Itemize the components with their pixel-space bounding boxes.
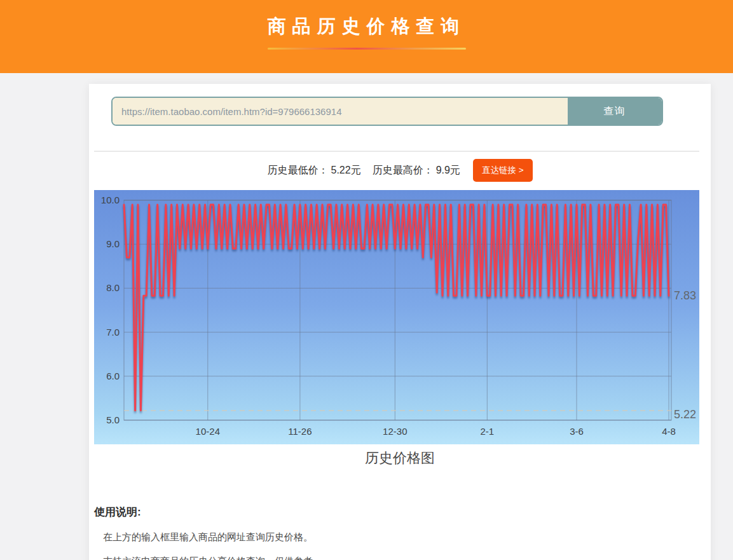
product-url-input[interactable] (113, 98, 568, 125)
svg-text:7.83: 7.83 (674, 289, 696, 302)
chart-caption: 历史价格图 (89, 449, 711, 468)
svg-text:3-6: 3-6 (570, 426, 584, 437)
instructions-section: 使用说明: 在上方的输入框里输入商品的网址查询历史价格。 支持主流电商商品的历史… (94, 505, 711, 560)
highest-price-label: 历史最高价： (373, 164, 434, 177)
lowest-price-value: 5.22元 (331, 164, 360, 177)
svg-text:5.22: 5.22 (674, 408, 696, 421)
price-history-chart: 10.09.08.07.06.05.010-2411-2612-302-13-6… (94, 190, 699, 444)
svg-text:7.0: 7.0 (106, 327, 120, 338)
divider (94, 151, 699, 152)
query-button[interactable]: 查询 (568, 98, 662, 125)
svg-text:10.0: 10.0 (101, 195, 120, 205)
content-card: 查询 历史最低价： 5.22元 历史最高价： 9.9元 直达链接 > 10.09… (89, 84, 711, 560)
svg-text:4-8: 4-8 (662, 426, 676, 437)
price-history-chart-svg: 10.09.08.07.06.05.010-2411-2612-302-13-6… (94, 190, 699, 444)
instructions-line-1: 在上方的输入框里输入商品的网址查询历史价格。 (103, 531, 711, 543)
highest-price-value: 9.9元 (436, 164, 460, 177)
svg-text:8.0: 8.0 (106, 282, 120, 293)
search-bar: 查询 (111, 97, 663, 126)
svg-text:12-30: 12-30 (383, 426, 407, 437)
direct-link-button[interactable]: 直达链接 > (473, 159, 533, 182)
svg-text:11-26: 11-26 (288, 426, 312, 437)
lowest-price-label: 历史最低价： (267, 164, 328, 177)
page-title: 商品历史价格查询 (0, 0, 733, 39)
main-content: 查询 历史最低价： 5.22元 历史最高价： 9.9元 直达链接 > 10.09… (0, 84, 733, 560)
svg-text:5.0: 5.0 (106, 414, 120, 425)
svg-text:9.0: 9.0 (106, 238, 120, 249)
price-stats-row: 历史最低价： 5.22元 历史最高价： 9.9元 直达链接 > (89, 159, 711, 182)
app-header: 商品历史价格查询 (0, 0, 733, 73)
instructions-heading: 使用说明: (94, 505, 711, 519)
title-underline (268, 48, 466, 50)
svg-text:10-24: 10-24 (196, 426, 220, 437)
svg-text:2-1: 2-1 (480, 426, 494, 437)
instructions-line-2: 支持主流电商商品的历史分享价格查询，仅供参考。 (103, 556, 711, 560)
svg-text:6.0: 6.0 (106, 371, 120, 381)
